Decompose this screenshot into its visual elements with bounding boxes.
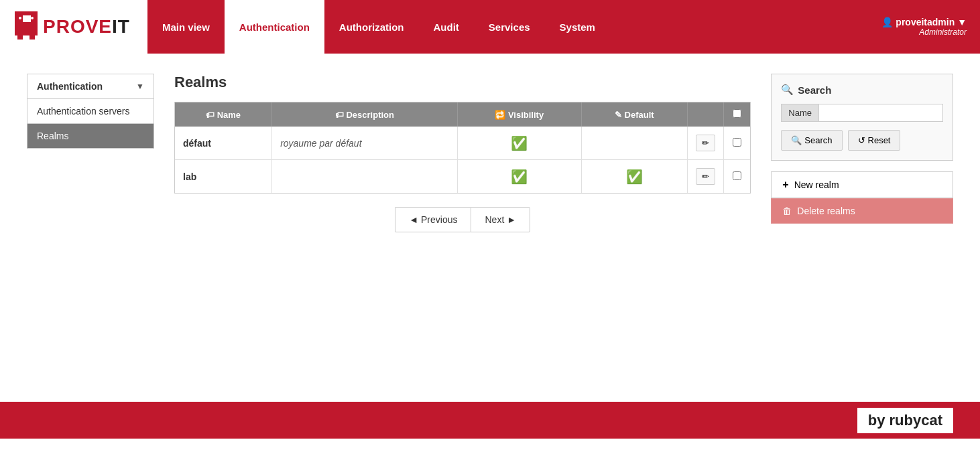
logo-text: PROVEIT	[43, 16, 130, 37]
content-wrapper: Authentication ▼ Authentication servers …	[0, 54, 980, 388]
row1-visibility: ✅	[457, 127, 581, 160]
col-default: ✎ Default	[581, 102, 687, 127]
top-nav: PROVEIT Main view Authentication Authori…	[0, 0, 980, 54]
check-icon: ✅	[511, 169, 528, 184]
sidebar-header[interactable]: Authentication ▼	[27, 74, 154, 99]
pagination: ◄ Previous Next ►	[174, 207, 751, 232]
sidebar-item-auth-servers[interactable]: Authentication servers	[27, 99, 154, 124]
col-visibility: 🔁 Visibility	[457, 102, 581, 127]
svg-marker-1	[23, 11, 31, 15]
nav-user-role: Administrator	[881, 27, 967, 37]
svg-marker-4	[17, 35, 23, 40]
realms-table-container: 🏷 Name 🏷 Description 🔁 Visibility ✎	[174, 102, 751, 194]
svg-point-7	[31, 17, 34, 19]
edit-button-row1[interactable]: ✏	[696, 135, 715, 151]
row1-description: royaume par défaut	[272, 127, 458, 160]
previous-button[interactable]: ◄ Previous	[395, 207, 471, 232]
row1-checkbox[interactable]	[733, 138, 741, 147]
search-box: 🔍 Search Name 🔍 Search ↺ Reset	[771, 74, 953, 161]
check-icon: ✅	[511, 136, 528, 151]
row2-edit[interactable]: ✏	[687, 160, 723, 194]
nav-system[interactable]: System	[545, 0, 610, 54]
svg-marker-0	[15, 11, 23, 22]
nav-audit[interactable]: Audit	[419, 0, 474, 54]
plus-icon: +	[782, 179, 788, 191]
right-panel: 🔍 Search Name 🔍 Search ↺ Reset	[771, 74, 953, 368]
nav-main-view[interactable]: Main view	[147, 0, 225, 54]
sidebar-item-realms[interactable]: Realms	[27, 124, 154, 149]
row2-default: ✅	[581, 160, 687, 194]
sidebar-header-label: Authentication	[37, 81, 103, 92]
col-description: 🏷 Description	[272, 102, 458, 127]
select-all-checkbox[interactable]	[733, 109, 741, 118]
footer: by rubycat	[0, 402, 980, 439]
new-realm-button[interactable]: + New realm	[771, 171, 953, 198]
next-button[interactable]: Next ►	[471, 207, 530, 232]
check-icon: ✅	[626, 169, 643, 184]
search-button[interactable]: 🔍 Search	[781, 130, 842, 151]
nav-services[interactable]: Services	[474, 0, 545, 54]
nav-user[interactable]: 👤 proveitadmin ▼ Administrator	[868, 0, 980, 54]
col-name: 🏷 Name	[175, 102, 272, 127]
description-icon: 🏷	[335, 110, 344, 120]
action-buttons: + New realm 🗑 Delete realms	[771, 171, 953, 224]
row2-visibility: ✅	[457, 160, 581, 194]
reset-button[interactable]: ↺ Reset	[848, 130, 901, 151]
table-row: défaut royaume par défaut ✅ ✏	[175, 127, 750, 160]
table-row: lab ✅ ✅ ✏	[175, 160, 750, 194]
row2-name: lab	[175, 160, 272, 194]
row1-select	[723, 127, 750, 160]
row2-checkbox[interactable]	[733, 171, 741, 180]
nav-authorization[interactable]: Authorization	[324, 0, 419, 54]
visibility-icon: 🔁	[495, 110, 505, 120]
default-icon: ✎	[615, 110, 622, 120]
realms-table: 🏷 Name 🏷 Description 🔁 Visibility ✎	[175, 102, 750, 193]
svg-point-6	[19, 17, 21, 19]
table-header-row: 🏷 Name 🏷 Description 🔁 Visibility ✎	[175, 102, 750, 127]
search-icon: 🔍	[781, 84, 794, 96]
col-edit-header	[687, 102, 723, 127]
edit-button-row2[interactable]: ✏	[696, 168, 715, 185]
tag-icon: 🏷	[206, 110, 215, 120]
svg-marker-2	[31, 11, 38, 22]
svg-marker-3	[15, 22, 38, 35]
name-label: Name	[781, 104, 818, 122]
logo-it: IT	[112, 16, 130, 37]
svg-marker-5	[29, 35, 35, 40]
sidebar: Authentication ▼ Authentication servers …	[27, 74, 154, 368]
logo-prove: PROVE	[43, 16, 112, 37]
row1-edit[interactable]: ✏	[687, 127, 723, 160]
col-select-all-header	[723, 102, 750, 127]
search-input-row: Name	[781, 104, 943, 122]
user-icon: 👤	[881, 17, 893, 27]
footer-text: by rubycat	[857, 408, 953, 433]
nav-user-name: 👤 proveitadmin ▼	[881, 17, 967, 27]
page-title: Realms	[174, 74, 751, 91]
trash-icon: 🗑	[782, 206, 792, 216]
nav-items: Main view Authentication Authorization A…	[147, 0, 868, 54]
name-search-input[interactable]	[818, 104, 943, 122]
logo-area: PROVEIT	[0, 0, 147, 54]
search-title: 🔍 Search	[781, 84, 943, 96]
main-content: Realms 🏷 Name 🏷 Description 🔁	[174, 74, 751, 368]
row2-select	[723, 160, 750, 194]
row2-description	[272, 160, 458, 194]
logo-cat-icon	[13, 10, 39, 44]
search-actions: 🔍 Search ↺ Reset	[781, 130, 943, 151]
search-btn-icon: 🔍	[791, 135, 802, 145]
reset-btn-icon: ↺	[858, 135, 865, 145]
delete-realms-button[interactable]: 🗑 Delete realms	[771, 198, 953, 224]
nav-authentication[interactable]: Authentication	[225, 0, 324, 54]
row1-name: défaut	[175, 127, 272, 160]
row1-default	[581, 127, 687, 160]
chevron-down-icon: ▼	[136, 82, 144, 91]
